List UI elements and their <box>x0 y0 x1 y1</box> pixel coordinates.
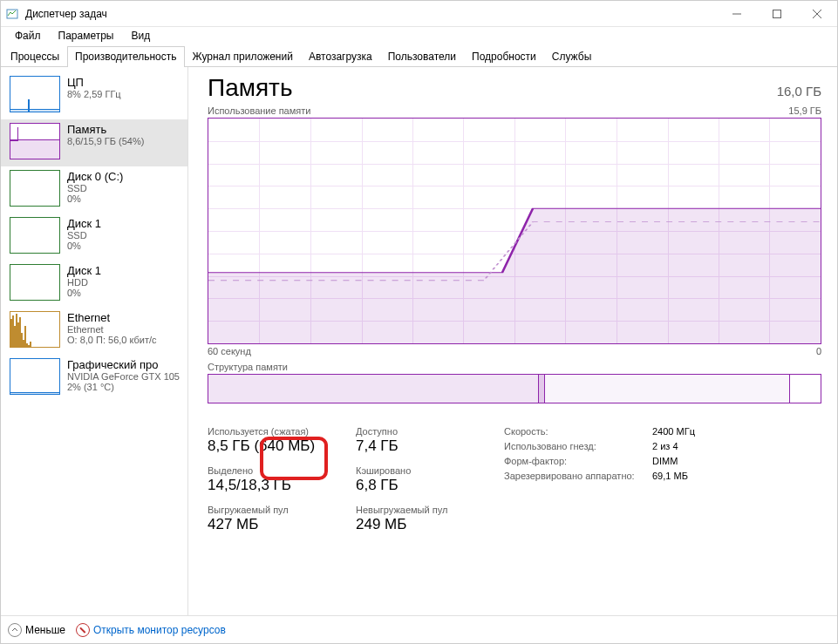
title-bar: Диспетчер задач <box>1 1 837 27</box>
tab-startup[interactable]: Автозагрузка <box>301 46 380 66</box>
sidebar-item-sub: Ethernet <box>67 324 157 335</box>
sidebar-item-sub2: 0% <box>67 288 101 298</box>
sidebar-item-sub2: 0% <box>67 193 123 204</box>
stat-available-value: 7,4 ГБ <box>356 437 460 455</box>
maximize-button[interactable] <box>757 1 797 27</box>
spec-form-value: DIMM <box>652 456 678 466</box>
stat-in-use-value: 8,5 ГБ (640 МБ) <box>208 437 338 455</box>
sidebar-item-cpu[interactable]: ЦП 8% 2,59 ГГц <box>1 72 187 119</box>
spec-speed-value: 2400 МГц <box>652 426 695 437</box>
open-resource-monitor-label: Открыть монитор ресурсов <box>93 624 226 636</box>
sidebar-item-sub2: 0% <box>67 241 101 251</box>
sidebar-item-sub: NVIDIA GeForce GTX 105 <box>67 371 180 382</box>
sidebar-item-label: Диск 1 <box>67 264 101 277</box>
sidebar-item-ethernet[interactable]: Ethernet Ethernet О: 8,0 П: 56,0 кбит/с <box>1 308 187 355</box>
sidebar-item-label: ЦП <box>67 76 121 89</box>
bottom-bar: Меньше Открыть монитор ресурсов <box>1 615 837 643</box>
menu-options[interactable]: Параметры <box>51 28 121 44</box>
sidebar-item-label: Память <box>67 123 144 136</box>
sidebar-item-label: Графический про <box>67 358 180 371</box>
spec-slots-value: 2 из 4 <box>652 441 678 451</box>
window-title: Диспетчер задач <box>25 8 717 20</box>
sidebar-item-sub: HDD <box>67 277 101 288</box>
stat-nonpaged-value: 249 МБ <box>356 516 460 533</box>
sidebar-item-sub2: 2% (31 °C) <box>67 382 180 392</box>
main-view: Память 16,0 ГБ Использование памяти 15,9… <box>188 67 837 615</box>
stat-committed-value: 14,5/18,3 ГБ <box>208 477 338 494</box>
chart-max: 15,9 ГБ <box>788 105 821 116</box>
spec-speed-label: Скорость: <box>504 426 652 437</box>
chart-xlabel-right: 0 <box>816 346 821 356</box>
chart-label: Использование памяти <box>208 105 310 116</box>
mini-graph-cpu <box>10 76 60 112</box>
mini-graph-disk1-ssd <box>10 217 60 254</box>
spec-form-label: Форм-фактор: <box>504 456 652 466</box>
open-resource-monitor-link[interactable]: Открыть монитор ресурсов <box>76 623 226 637</box>
sidebar-item-disk1-ssd[interactable]: Диск 1 SSD 0% <box>1 214 187 261</box>
sidebar-item-label: Диск 0 (C:) <box>67 170 123 183</box>
perfmon-icon <box>76 623 90 637</box>
stat-nonpaged-label: Невыгружаемый пул <box>356 505 460 515</box>
stat-cached-label: Кэшировано <box>356 465 460 476</box>
stat-paged-label: Выгружаемый пул <box>208 505 338 515</box>
menu-bar: Файл Параметры Вид <box>1 27 837 44</box>
memory-usage-chart[interactable] <box>208 118 821 344</box>
spec-slots-label: Использовано гнезд: <box>504 441 652 451</box>
minimize-button[interactable] <box>717 1 757 27</box>
spec-reserved-value: 69,1 МБ <box>652 471 688 481</box>
sidebar-item-sub: 8,6/15,9 ГБ (54%) <box>67 136 144 146</box>
menu-file[interactable]: Файл <box>8 28 48 44</box>
chart-xlabel-left: 60 секунд <box>208 346 251 356</box>
mini-graph-disk0 <box>10 170 60 207</box>
close-button[interactable] <box>797 1 837 27</box>
sidebar-item-disk0[interactable]: Диск 0 (C:) SSD 0% <box>1 166 187 214</box>
tab-performance[interactable]: Производительность <box>67 46 184 67</box>
tab-details[interactable]: Подробности <box>464 46 544 66</box>
stat-paged-value: 427 МБ <box>208 516 338 533</box>
stat-committed-label: Выделено <box>208 465 338 476</box>
mini-graph-gpu <box>10 358 60 395</box>
svg-rect-2 <box>773 10 781 17</box>
fewer-details-label: Меньше <box>25 624 65 636</box>
mini-graph-ethernet <box>10 311 60 348</box>
sidebar-item-sub2: О: 8,0 П: 56,0 кбит/с <box>67 335 157 345</box>
sidebar-item-gpu[interactable]: Графический про NVIDIA GeForce GTX 105 2… <box>1 355 187 402</box>
tab-app-history[interactable]: Журнал приложений <box>185 46 301 66</box>
stat-available-label: Доступно <box>356 426 460 437</box>
sidebar-item-memory[interactable]: Память 8,6/15,9 ГБ (54%) <box>1 119 187 166</box>
sidebar-item-disk1-hdd[interactable]: Диск 1 HDD 0% <box>1 261 187 308</box>
tab-processes[interactable]: Процессы <box>3 46 67 66</box>
menu-view[interactable]: Вид <box>124 28 157 44</box>
chevron-up-icon <box>8 623 22 637</box>
fewer-details-button[interactable]: Меньше <box>8 623 65 637</box>
memory-composition-bar[interactable] <box>208 374 821 403</box>
stat-cached-value: 6,8 ГБ <box>356 477 460 494</box>
sidebar-item-label: Диск 1 <box>67 217 101 230</box>
mini-graph-disk1-hdd <box>10 264 60 301</box>
composition-label: Структура памяти <box>208 362 821 372</box>
sidebar-item-sub: SSD <box>67 183 123 193</box>
stat-in-use-label: Используется (сжатая) <box>208 426 338 437</box>
memory-total: 16,0 ГБ <box>777 84 821 98</box>
sidebar-item-sub: SSD <box>67 230 101 241</box>
spec-reserved-label: Зарезервировано аппаратно: <box>504 471 652 481</box>
mini-graph-memory <box>10 123 60 159</box>
app-icon <box>6 7 20 21</box>
tab-services[interactable]: Службы <box>544 46 599 66</box>
sidebar-item-label: Ethernet <box>67 311 157 324</box>
tabs-bar: Процессы Производительность Журнал прило… <box>1 46 837 67</box>
page-title: Память <box>208 74 293 102</box>
sidebar-item-sub: 8% 2,59 ГГц <box>67 89 121 99</box>
sidebar: ЦП 8% 2,59 ГГц Память 8,6/15,9 ГБ (54%) … <box>1 67 188 615</box>
tab-users[interactable]: Пользователи <box>380 46 464 66</box>
